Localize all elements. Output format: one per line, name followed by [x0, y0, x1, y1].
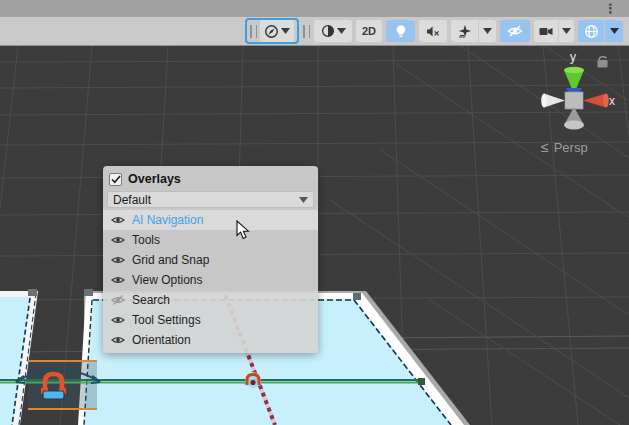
eye-icon[interactable] [111, 235, 125, 245]
shaded-sphere-icon [321, 24, 335, 38]
tool-dropdown-group-selected[interactable] [245, 18, 299, 44]
eye-slash-icon [507, 25, 523, 37]
lock-icon[interactable] [598, 57, 608, 68]
scene-toolbar: 2D [0, 17, 629, 46]
overlay-preset-value: Default [113, 193, 151, 207]
effects-toggle-button[interactable] [451, 20, 478, 42]
2d-label: 2D [359, 25, 379, 37]
gizmos-toggle-button[interactable] [578, 20, 604, 42]
kebab-menu-icon[interactable]: ⋮ [604, 0, 617, 17]
audio-toggle-button[interactable] [419, 20, 447, 42]
overlays-panel-title: Overlays [128, 172, 181, 186]
chevron-down-icon [337, 28, 346, 34]
lightbulb-icon [394, 24, 408, 39]
globe-gizmo-icon [584, 24, 599, 39]
effects-dropdown-group [451, 20, 496, 42]
effects-star-icon [458, 24, 472, 38]
overlay-item-ai-navigation[interactable]: AI Navigation [103, 210, 318, 230]
overlay-item-view-options[interactable]: View Options [103, 270, 318, 290]
gizmos-dropdown-button[interactable] [605, 20, 623, 42]
wall-cap [353, 293, 361, 300]
overlay-item-search[interactable]: Search [103, 290, 318, 310]
2d-toggle-button[interactable]: 2D [356, 20, 382, 42]
unity-scene-view: ⋮ [0, 0, 629, 425]
wall-cap [84, 289, 93, 296]
scene-visibility-button[interactable] [500, 20, 530, 42]
overlays-checkbox[interactable] [109, 173, 122, 186]
audio-muted-icon [426, 25, 440, 38]
shading-mode-dropdown[interactable] [314, 20, 352, 42]
mouse-cursor [236, 220, 250, 240]
persp-angle-icon: ≤ [541, 139, 549, 155]
overlay-item-grid-and-snap[interactable]: Grid and Snap [103, 250, 318, 270]
axis-x-label: x [609, 94, 615, 108]
wall-cap [28, 289, 37, 296]
overlays-menu-panel: Overlays Default AI Navigation Tools Gri… [103, 166, 318, 353]
drag-handle-icon[interactable] [250, 25, 257, 38]
lighting-toggle-button[interactable] [386, 20, 415, 42]
overlay-item-tools[interactable]: Tools [103, 230, 318, 250]
effects-dropdown-button[interactable] [479, 20, 496, 42]
axis-y-label: y [570, 50, 576, 64]
gizmos-dropdown-group [578, 20, 623, 42]
drag-handle-icon[interactable] [303, 25, 310, 38]
chevron-down-icon [610, 28, 619, 34]
chevron-down-icon [483, 28, 492, 34]
eye-icon[interactable] [111, 215, 125, 225]
camera-button[interactable] [534, 20, 558, 42]
overlay-list: AI Navigation Tools Grid and Snap View O… [103, 210, 318, 350]
camera-icon [539, 26, 553, 37]
camera-dropdown-button[interactable] [559, 20, 574, 42]
checkmark-icon [111, 175, 121, 184]
orientation-gizmo[interactable]: y x [535, 48, 629, 140]
overlay-item-orientation[interactable]: Orientation [103, 330, 318, 350]
eye-icon[interactable] [111, 315, 125, 325]
chevron-down-icon [281, 28, 290, 34]
eye-slash-icon[interactable] [111, 295, 125, 305]
eye-icon[interactable] [111, 335, 125, 345]
persp-label: Persp [554, 140, 588, 155]
scene-tab-bar: ⋮ [0, 0, 629, 17]
chevron-down-icon [562, 28, 571, 34]
compass-tool-icon [264, 24, 279, 39]
projection-indicator[interactable]: ≤ Persp [541, 139, 588, 155]
overlay-preset-dropdown[interactable]: Default [107, 191, 314, 208]
mini-link-icon[interactable] [245, 372, 261, 388]
eye-icon[interactable] [111, 255, 125, 265]
camera-dropdown-group [534, 20, 574, 42]
overlay-item-tool-settings[interactable]: Tool Settings [103, 310, 318, 330]
eye-icon[interactable] [111, 275, 125, 285]
chevron-down-icon [299, 197, 308, 203]
compass-tool-dropdown[interactable] [260, 20, 294, 42]
